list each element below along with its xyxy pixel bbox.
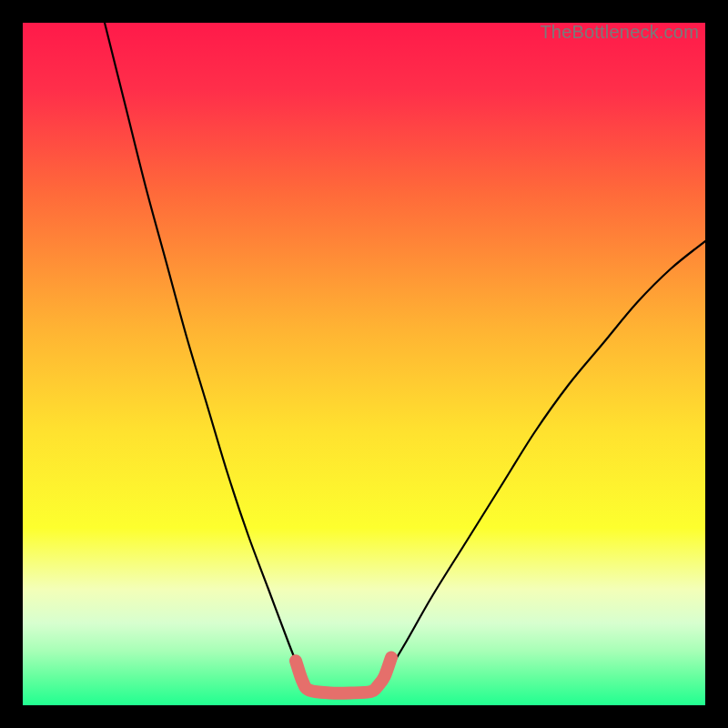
chart-svg [23,23,705,705]
chart-frame: TheBottleneck.com [9,9,719,719]
chart-plot [23,23,705,705]
watermark-text: TheBottleneck.com [540,22,699,43]
gradient-background [23,23,705,705]
